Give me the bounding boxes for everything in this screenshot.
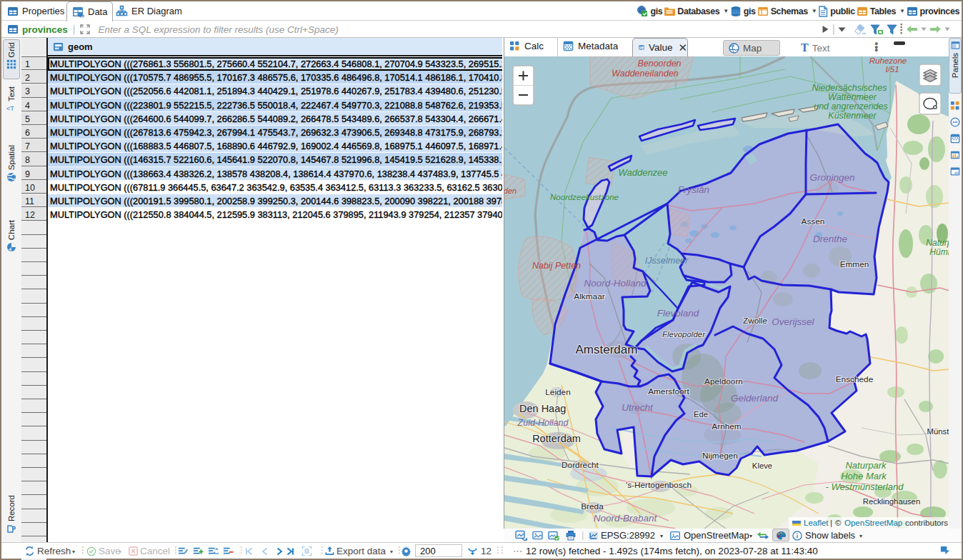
svg-text:Leiden: Leiden — [545, 387, 570, 397]
svg-text:Leaflet: Leaflet — [804, 519, 829, 527]
svg-text:Zwolle: Zwolle — [743, 316, 768, 326]
svg-text:<T: <T — [6, 105, 14, 112]
svg-text:Hohe Mark: Hohe Mark — [841, 471, 887, 481]
svg-text:Naturp.: Naturp. — [926, 238, 949, 248]
svg-text:Apeldoorn: Apeldoorn — [704, 376, 743, 386]
svg-text:Assen: Assen — [802, 216, 825, 226]
svg-text:Küstenmeer: Küstenmeer — [828, 111, 877, 121]
svg-text:contributors: contributors — [905, 519, 948, 527]
svg-text:Gelderland: Gelderland — [731, 393, 779, 404]
svg-text:Drenthe: Drenthe — [813, 234, 847, 244]
svg-text:Enschede: Enschede — [836, 374, 874, 384]
svg-text:Ruhezone: Ruhezone — [869, 56, 907, 65]
svg-text:Recklinghausen: Recklinghausen — [863, 497, 920, 506]
svg-text:Münster: Münster — [927, 427, 949, 436]
svg-text:Breda: Breda — [581, 501, 604, 511]
svg-text:Noord-Holland: Noord-Holland — [584, 278, 647, 289]
svg-text:|: | — [830, 519, 832, 527]
svg-text:Ede: Ede — [694, 410, 708, 419]
svg-text:Rotterdam: Rotterdam — [532, 433, 581, 444]
svg-text:Zuid-Holland: Zuid-Holland — [517, 418, 569, 428]
svg-text:Wattenmeer: Wattenmeer — [828, 92, 877, 102]
svg-text:Benoorden: Benoorden — [637, 59, 681, 69]
svg-text:Flevopolder: Flevopolder — [662, 330, 706, 339]
svg-text:OpenStreetMap: OpenStreetMap — [844, 519, 902, 527]
svg-text:Emmen: Emmen — [840, 259, 869, 269]
svg-text:Waddeneilanden: Waddeneilanden — [612, 69, 679, 79]
svg-text:<>: <> — [79, 12, 84, 18]
svg-text:'s-Hertogenbosch: 's-Hertogenbosch — [626, 480, 692, 490]
svg-text:I/51: I/51 — [885, 65, 899, 74]
svg-text:Dordrecht: Dordrecht — [562, 460, 599, 470]
svg-text:Noordzeekustzone: Noordzeekustzone — [550, 193, 619, 201]
svg-text:den: den — [504, 186, 517, 195]
svg-text:Nabij Petten: Nabij Petten — [532, 261, 581, 271]
svg-text:Waddenzee: Waddenzee — [618, 167, 667, 178]
svg-text:Amersfoort: Amersfoort — [648, 386, 689, 396]
svg-text:Hümm: Hümm — [929, 247, 949, 257]
svg-text:Noord-Brabant: Noord-Brabant — [594, 513, 658, 524]
svg-text:Den Haag: Den Haag — [519, 403, 566, 414]
svg-text:Nijmegen: Nijmegen — [702, 451, 738, 461]
svg-text:Amsterdam: Amsterdam — [576, 343, 638, 356]
svg-text:Overijssel: Overijssel — [772, 316, 814, 327]
svg-text:©: © — [835, 519, 842, 527]
svg-text:und angrenzendes: und angrenzendes — [814, 101, 888, 111]
svg-text:Kleve: Kleve — [752, 461, 772, 470]
svg-text:Fryslân: Fryslân — [678, 184, 709, 195]
svg-text:Arnhem: Arnhem — [712, 421, 741, 431]
svg-text:Alkmaar: Alkmaar — [574, 291, 604, 301]
svg-text:- Westmünsterland: - Westmünsterland — [826, 481, 904, 492]
svg-text:IJsselmeer: IJsselmeer — [645, 256, 689, 266]
svg-text:Naturpark: Naturpark — [845, 460, 887, 471]
svg-text:Niedersächsisches: Niedersächsisches — [812, 83, 887, 93]
svg-text:Groningen: Groningen — [809, 172, 854, 183]
svg-text:Utrecht: Utrecht — [622, 402, 654, 413]
svg-text:Flevoland: Flevoland — [657, 308, 699, 319]
